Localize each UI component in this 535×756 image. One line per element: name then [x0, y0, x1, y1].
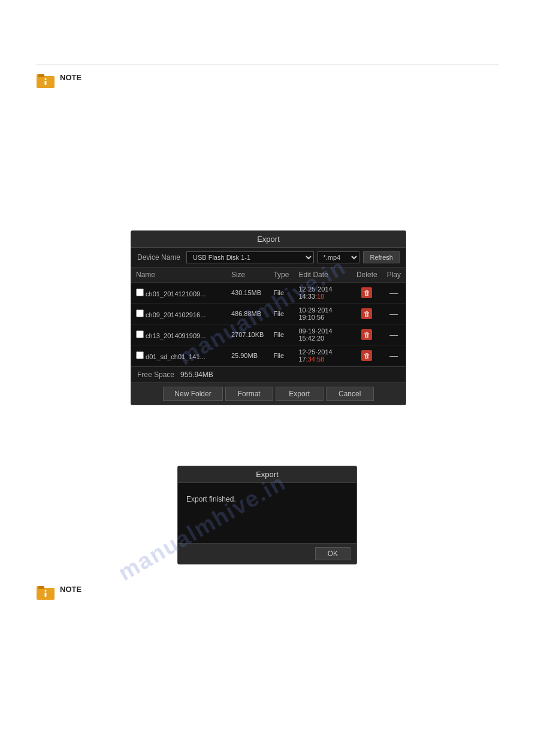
file-name: d01_sd_ch01_141...: [144, 353, 205, 360]
svg-point-3: [45, 78, 47, 80]
play-icon[interactable]: —: [389, 288, 398, 297]
file-type: File: [268, 283, 294, 303]
export-dialog: Export Device Name USB Flash Disk 1-1 *.…: [131, 230, 406, 405]
note-icon-1: [36, 72, 55, 89]
svg-rect-7: [38, 586, 44, 589]
file-checkbox[interactable]: [136, 289, 144, 296]
note-label-1: NOTE: [60, 73, 81, 82]
table-row: ch13_2014091909...2707.10KBFile09-19-201…: [131, 324, 406, 345]
table-row: ch01_2014121009...430.15MBFile12-25-2014…: [131, 283, 406, 303]
file-table-body: ch01_2014121009...430.15MBFile12-25-2014…: [131, 283, 406, 366]
note-icon-2: [36, 584, 55, 600]
device-name-label: Device Name: [137, 253, 180, 262]
note-label-2: NOTE: [60, 585, 81, 594]
delete-icon[interactable]: 🗑: [361, 329, 372, 340]
file-table: Name Size Type Edit Date Delete Play ch0…: [131, 268, 406, 366]
play-icon[interactable]: —: [389, 351, 398, 360]
page: NOTE NOTE Export Device Name USB Flash D…: [0, 0, 535, 756]
file-size: 430.15MB: [226, 283, 268, 303]
col-header-name: Name: [131, 268, 226, 283]
export-dialog-footer: New Folder Format Export Cancel: [131, 382, 406, 405]
free-space-label: Free Space: [137, 371, 174, 379]
file-edit-date: 12-25-2014 17:34:58: [294, 345, 352, 366]
play-icon[interactable]: —: [389, 309, 398, 318]
export-finished-footer: OK: [178, 543, 356, 564]
export-dialog-title: Export: [131, 231, 406, 248]
svg-rect-2: [38, 74, 44, 77]
refresh-button[interactable]: Refresh: [363, 251, 400, 263]
svg-rect-9: [45, 593, 47, 597]
delete-icon[interactable]: 🗑: [361, 308, 372, 319]
svg-point-8: [45, 590, 47, 592]
col-header-delete: Delete: [352, 268, 382, 283]
file-size: 2707.10KB: [226, 324, 268, 345]
col-header-type: Type: [268, 268, 294, 283]
device-row: Device Name USB Flash Disk 1-1 *.mp4 Ref…: [131, 248, 406, 268]
col-header-date: Edit Date: [294, 268, 352, 283]
file-edit-date: 10-29-2014 19:10:56: [294, 303, 352, 324]
note-block-1: NOTE: [36, 72, 81, 89]
export-button[interactable]: Export: [276, 387, 324, 401]
device-select[interactable]: USB Flash Disk 1-1: [186, 251, 314, 263]
file-type: File: [268, 324, 294, 345]
play-icon[interactable]: —: [389, 330, 398, 339]
file-type: File: [268, 303, 294, 324]
delete-icon[interactable]: 🗑: [361, 350, 372, 361]
file-name: ch09_2014102916...: [144, 311, 205, 318]
file-size: 25.90MB: [226, 345, 268, 366]
col-header-size: Size: [226, 268, 268, 283]
format-button[interactable]: Format: [225, 387, 273, 401]
export-finished-body: Export finished.: [178, 483, 356, 543]
file-name: ch01_2014121009...: [144, 290, 205, 297]
table-row: ch09_2014102916...486.88MBFile10-29-2014…: [131, 303, 406, 324]
table-row: d01_sd_ch01_141...25.90MBFile12-25-2014 …: [131, 345, 406, 366]
free-space-row: Free Space 955.94MB: [131, 366, 406, 382]
cancel-button[interactable]: Cancel: [326, 387, 374, 401]
file-checkbox[interactable]: [136, 330, 144, 338]
export-finished-message: Export finished.: [186, 495, 236, 503]
file-name: ch13_2014091909...: [144, 332, 205, 339]
file-size: 486.88MB: [226, 303, 268, 324]
file-edit-date: 12-25-2014 14:33:18: [294, 283, 352, 303]
file-type: File: [268, 345, 294, 366]
new-folder-button[interactable]: New Folder: [163, 387, 222, 401]
table-header-row: Name Size Type Edit Date Delete Play: [131, 268, 406, 283]
ext-select[interactable]: *.mp4: [318, 251, 359, 263]
note-block-2: NOTE: [36, 584, 81, 600]
file-checkbox[interactable]: [136, 351, 144, 359]
export-finished-title: Export: [178, 466, 356, 483]
file-checkbox[interactable]: [136, 309, 144, 317]
free-space-value: 955.94MB: [180, 371, 213, 379]
file-list-area: Name Size Type Edit Date Delete Play ch0…: [131, 268, 406, 366]
export-finished-dialog: Export Export finished. OK: [177, 466, 357, 564]
top-divider: [36, 65, 499, 65]
col-header-play: Play: [382, 268, 406, 283]
ok-button[interactable]: OK: [315, 547, 350, 560]
delete-icon[interactable]: 🗑: [361, 287, 372, 298]
svg-rect-4: [45, 81, 47, 85]
file-edit-date: 09-19-2014 15:42:20: [294, 324, 352, 345]
